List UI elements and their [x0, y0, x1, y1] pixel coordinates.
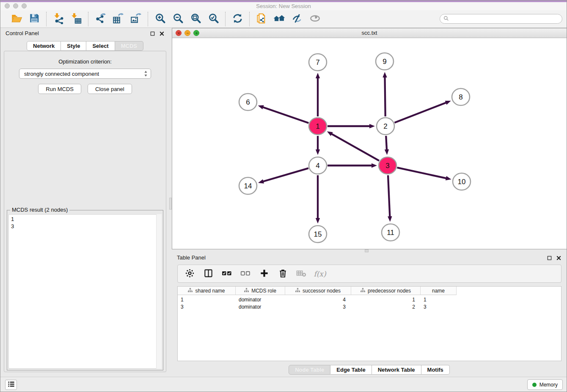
close-window-button[interactable]: [5, 3, 10, 8]
edge-3-10[interactable]: [397, 168, 446, 178]
svg-text:8: 8: [459, 93, 462, 101]
graph-node-6[interactable]: 6: [239, 94, 257, 110]
table-cell[interactable]: 2: [351, 304, 421, 310]
column-header-MCDS-role[interactable]: MCDS role: [236, 287, 285, 295]
zoom-selected-button[interactable]: [207, 13, 220, 25]
show-graphics-details-button[interactable]: [308, 13, 321, 25]
import-network-button[interactable]: [52, 13, 65, 25]
zoom-fit-button[interactable]: [189, 13, 202, 25]
float-panel-icon[interactable]: [150, 31, 155, 36]
svg-text:9: 9: [383, 58, 386, 66]
close-table-panel-icon[interactable]: [556, 256, 561, 260]
tab-style[interactable]: Style: [61, 41, 86, 51]
network-canvas[interactable]: 1234678910111415: [172, 38, 567, 249]
task-history-button[interactable]: [5, 380, 17, 390]
save-session-button[interactable]: [28, 13, 41, 25]
edge-2-8[interactable]: [394, 102, 446, 123]
refresh-button[interactable]: [231, 13, 244, 25]
optimization-criterion-select[interactable]: strongly connected component: [19, 69, 151, 79]
edge-3-11[interactable]: [388, 175, 390, 217]
table-row[interactable]: 1dominator411: [178, 296, 561, 303]
tab-select[interactable]: Select: [86, 41, 115, 51]
search-input[interactable]: [451, 16, 559, 22]
vertical-splitter-handle[interactable]: [169, 198, 172, 210]
optimization-criterion-value: strongly connected component: [24, 71, 99, 77]
tab-motifs[interactable]: Motifs: [421, 365, 450, 375]
edge-arrowhead: [385, 149, 389, 155]
graph-node-11[interactable]: 11: [382, 224, 399, 241]
deselect-all-button[interactable]: [240, 268, 251, 279]
run-mcds-button[interactable]: Run MCDS: [38, 84, 81, 94]
tab-node-table[interactable]: Node Table: [289, 365, 330, 375]
zoom-in-button[interactable]: [154, 13, 166, 25]
graph-node-7[interactable]: 7: [309, 54, 327, 71]
export-image-button[interactable]: [129, 13, 142, 25]
graph-node-1[interactable]: 1: [309, 118, 327, 135]
search-box[interactable]: [440, 14, 562, 24]
node-table[interactable]: shared nameMCDS rolesuccessor nodesprede…: [177, 286, 561, 361]
delete-table-button[interactable]: [296, 268, 307, 279]
edge-1-6[interactable]: [262, 107, 308, 123]
tab-network[interactable]: Network: [27, 41, 61, 51]
svg-text:15: 15: [314, 230, 322, 238]
tab-mcds[interactable]: MCDS: [115, 41, 143, 51]
hide-graphics-details-button[interactable]: [291, 13, 303, 25]
split-columns-button[interactable]: [203, 268, 214, 279]
network-close-button[interactable]: [176, 30, 182, 36]
gear-button[interactable]: [184, 268, 195, 279]
graph-node-9[interactable]: 9: [376, 53, 394, 70]
edge-3-1[interactable]: [331, 134, 379, 161]
mcds-result-textarea[interactable]: 1 3: [8, 214, 162, 369]
graph-node-3[interactable]: 3: [379, 157, 396, 174]
edge-arrowhead: [369, 124, 375, 128]
column-header-successor-nodes[interactable]: successor nodes: [285, 287, 351, 295]
graph-node-15[interactable]: 15: [309, 226, 327, 243]
select-all-button[interactable]: [221, 268, 232, 279]
result-scrollbar[interactable]: [156, 214, 162, 369]
horizontal-splitter-handle[interactable]: [365, 249, 369, 252]
delete-column-button[interactable]: [277, 268, 288, 279]
close-panel-button[interactable]: Close panel: [88, 84, 132, 94]
table-row[interactable]: 3dominator323: [178, 304, 561, 310]
zoom-out-button[interactable]: [171, 13, 184, 25]
import-table-button[interactable]: [70, 13, 83, 25]
minimize-window-button[interactable]: [13, 3, 18, 8]
edge-2-3[interactable]: [386, 136, 387, 150]
close-panel-icon[interactable]: [160, 31, 164, 36]
tab-edge-table[interactable]: Edge Table: [330, 365, 372, 375]
export-table-button[interactable]: [112, 13, 124, 25]
table-cell[interactable]: 4: [285, 296, 351, 303]
float-table-panel-icon[interactable]: [547, 256, 552, 260]
graph-node-8[interactable]: 8: [452, 88, 470, 105]
duplicate-network-button[interactable]: [255, 13, 268, 25]
table-cell[interactable]: 3: [421, 304, 457, 310]
table-cell[interactable]: dominator: [236, 304, 285, 310]
tab-network-table[interactable]: Network Table: [372, 365, 421, 375]
network-minimize-button[interactable]: [184, 30, 190, 36]
function-builder-button[interactable]: f(x): [314, 268, 325, 279]
zoom-out-icon: [172, 13, 184, 25]
maximize-window-button[interactable]: [22, 3, 27, 8]
network-window-titlebar[interactable]: scc.txt: [172, 28, 567, 38]
column-header-predecessor-nodes[interactable]: predecessor nodes: [351, 287, 421, 295]
table-cell[interactable]: dominator: [236, 296, 285, 303]
table-cell[interactable]: 1: [421, 296, 457, 303]
table-cell[interactable]: 3: [285, 304, 351, 310]
home-layout-button[interactable]: [273, 13, 286, 25]
graph-node-2[interactable]: 2: [377, 118, 394, 135]
table-cell[interactable]: 3: [178, 304, 236, 310]
network-maximize-button[interactable]: [193, 30, 199, 36]
add-column-button[interactable]: [259, 268, 270, 279]
column-header-name[interactable]: name: [421, 287, 457, 295]
graph-node-14[interactable]: 14: [239, 177, 257, 194]
export-network-button[interactable]: [94, 13, 107, 25]
memory-button[interactable]: Memory: [527, 379, 563, 390]
edge-2-9[interactable]: [385, 77, 385, 116]
column-header-shared-name[interactable]: shared name: [178, 287, 236, 295]
table-cell[interactable]: 1: [351, 296, 421, 303]
table-cell[interactable]: 1: [178, 296, 236, 303]
edge-4-14[interactable]: [263, 168, 308, 182]
graph-node-10[interactable]: 10: [453, 173, 471, 190]
open-session-button[interactable]: [10, 13, 23, 25]
graph-node-4[interactable]: 4: [309, 157, 327, 174]
